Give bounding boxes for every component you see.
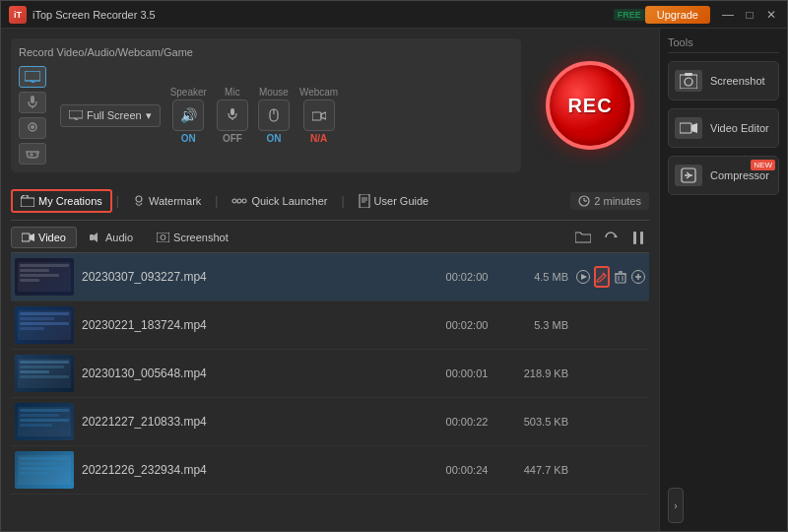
svg-point-8 (35, 153, 37, 155)
watermark-icon (133, 194, 145, 208)
quick-launcher-nav[interactable]: Quick Launcher (222, 189, 337, 213)
webcam-icon[interactable] (303, 100, 335, 131)
mode-webcam[interactable] (19, 117, 46, 139)
refresh-icon[interactable] (600, 227, 622, 248)
file-thumbnail (15, 355, 74, 392)
more-file-button[interactable] (631, 266, 645, 288)
file-duration: 00:00:01 (437, 367, 496, 379)
svg-rect-22 (360, 194, 369, 208)
mode-audio[interactable] (19, 92, 46, 113)
app-frame: iT iTop Screen Recorder 3.5 FREE Upgrade… (0, 0, 788, 532)
file-size: 218.9 KB (504, 367, 568, 379)
file-actions (576, 266, 645, 288)
file-thumbnail (15, 403, 74, 440)
screen-select-label: Full Screen (87, 109, 142, 121)
svg-rect-48 (680, 75, 697, 89)
svg-rect-29 (22, 233, 30, 241)
video-editor-tool[interactable]: Video Editor (668, 108, 779, 148)
play-file-button[interactable] (576, 266, 590, 288)
svg-marker-30 (30, 233, 34, 241)
file-duration: 00:00:22 (437, 416, 496, 428)
video-tab-icon (22, 233, 34, 242)
quick-launcher-label: Quick Launcher (251, 195, 327, 207)
free-badge: FREE (614, 9, 645, 21)
file-size: 5.3 MB (504, 319, 568, 331)
table-row[interactable]: 20230130_005648.mp4 00:00:01 218.9 KB (11, 350, 649, 398)
file-name: 20230130_005648.mp4 (82, 366, 429, 380)
svg-rect-40 (616, 274, 625, 283)
mic-icon[interactable] (217, 100, 248, 131)
window-controls: — □ ✕ (720, 7, 779, 23)
tab-video[interactable]: Video (11, 227, 77, 248)
file-thumbnail (15, 451, 74, 489)
tab-screenshot-label: Screenshot (173, 232, 229, 243)
file-duration: 00:02:00 (437, 271, 496, 283)
file-name: 20230307_093227.mp4 (82, 270, 429, 284)
quick-launcher-icon (231, 196, 247, 206)
mode-game[interactable] (19, 143, 46, 165)
file-size: 503.5 KB (504, 416, 568, 428)
svg-rect-11 (230, 108, 234, 115)
svg-point-5 (31, 125, 34, 129)
svg-rect-51 (680, 123, 691, 133)
mic-status: OFF (223, 133, 242, 144)
rec-button-container: REC (531, 38, 649, 172)
delete-file-button[interactable] (614, 266, 627, 288)
mouse-label: Mouse (259, 87, 289, 98)
pause-icon[interactable] (627, 227, 649, 248)
watermark-nav[interactable]: Watermark (123, 188, 211, 214)
edit-file-button[interactable] (594, 266, 610, 288)
compressor-tool[interactable]: Compressor NEW (668, 156, 779, 195)
svg-rect-36 (640, 232, 643, 244)
rec-button[interactable]: REC (546, 61, 634, 150)
compressor-tool-label: Compressor (710, 169, 769, 181)
record-label: Record Video/Audio/Webcam/Game (19, 46, 513, 58)
svg-rect-50 (685, 73, 692, 76)
screenshot-tool-icon (675, 70, 702, 92)
panel-collapse-button[interactable]: › (668, 488, 684, 523)
mode-screen[interactable] (19, 66, 46, 88)
user-guide-nav[interactable]: User Guide (349, 188, 439, 214)
tab-screenshot[interactable]: Screenshot (146, 227, 239, 248)
tab-audio[interactable]: Audio (79, 227, 144, 248)
svg-marker-16 (321, 112, 326, 119)
screen-select[interactable]: Full Screen ▾ (60, 104, 161, 127)
tab-actions (572, 227, 649, 248)
speaker-status: ON (181, 133, 196, 144)
screenshot-tool[interactable]: Screenshot (668, 61, 779, 100)
svg-point-19 (232, 199, 236, 203)
mouse-control: Mouse ON (258, 87, 290, 144)
nav-sep-1: | (116, 194, 119, 208)
close-button[interactable]: ✕ (763, 7, 779, 23)
table-row[interactable]: 20230221_183724.mp4 00:02:00 5.3 MB (11, 301, 649, 350)
user-guide-icon (359, 194, 370, 208)
tools-label: Tools (668, 36, 779, 53)
open-folder-icon[interactable] (572, 227, 594, 248)
time-value: 2 minutes (594, 195, 641, 207)
svg-marker-52 (691, 123, 697, 133)
audio-tab-icon (90, 232, 101, 243)
file-size: 4.5 MB (504, 271, 568, 283)
table-row[interactable]: 20221226_232934.mp4 00:00:24 447.7 KB (11, 446, 649, 495)
audio-controls: Speaker 🔊 ON Mic OFF (170, 87, 339, 144)
file-size: 447.7 KB (504, 464, 568, 476)
maximize-button[interactable]: □ (742, 7, 757, 23)
file-name: 20230221_183724.mp4 (82, 318, 429, 332)
my-creations-nav[interactable]: My Creations (11, 189, 112, 213)
svg-point-49 (685, 78, 692, 86)
app-title: iTop Screen Recorder 3.5 (33, 9, 610, 21)
webcam-status: N/A (310, 133, 327, 144)
record-area: Record Video/Audio/Webcam/Game (11, 38, 649, 172)
table-row[interactable]: 20221227_210833.mp4 00:00:22 503.5 KB (11, 398, 649, 446)
svg-marker-38 (581, 274, 587, 280)
mouse-icon[interactable] (258, 100, 290, 131)
upgrade-button[interactable]: Upgrade (645, 6, 710, 24)
file-duration: 00:02:00 (437, 319, 496, 331)
tab-bar: Video Audio Screenshot (11, 221, 649, 253)
screen-select-chevron: ▾ (146, 109, 152, 122)
my-creations-label: My Creations (38, 195, 102, 207)
compressor-tool-icon (675, 165, 702, 186)
table-row[interactable]: 20230307_093227.mp4 00:02:00 4.5 MB (11, 253, 649, 301)
minimize-button[interactable]: — (720, 7, 736, 23)
speaker-icon[interactable]: 🔊 (172, 100, 204, 131)
